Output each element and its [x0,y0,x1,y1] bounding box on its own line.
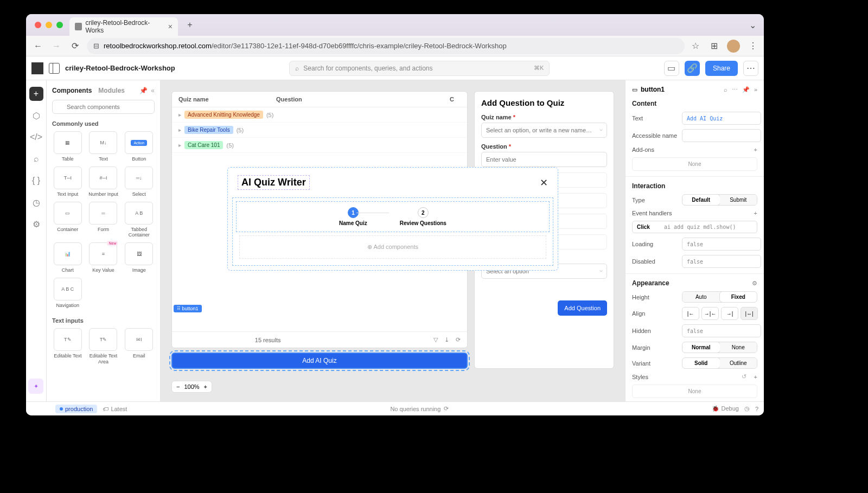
close-window-icon[interactable] [35,22,41,28]
comp-editable-text[interactable]: T✎Editable Text [52,328,84,365]
align-center-button[interactable]: →|← [701,307,719,320]
address-bar[interactable]: ⊟ retoolbedrockworkshop.retool.com/edito… [87,38,685,54]
browser-tab[interactable]: criley-Retool-Bedrock-Works × [69,17,178,36]
stepper[interactable]: 1 Name Quiz 2 Review Questions [236,201,550,232]
loading-input[interactable] [682,238,761,251]
comp-button[interactable]: ActionButton [123,131,155,162]
help-icon[interactable]: ? [755,406,758,412]
profile-avatar[interactable] [727,40,740,53]
refresh-icon[interactable]: ⟳ [456,336,461,343]
environment-badge[interactable]: production [55,405,97,413]
table-row[interactable]: ▸Bike Repair Tools(5) [172,123,467,138]
comp-chart[interactable]: 📊Chart [52,242,84,273]
add-component-icon[interactable]: + [29,87,43,101]
chevron-right-icon[interactable]: ▸ [178,142,181,148]
align-stretch-button[interactable]: |↔| [741,307,758,320]
comp-text-input[interactable]: T─IText Input [52,167,84,197]
new-tab-button[interactable]: + [182,17,197,33]
comp-tabbed-container[interactable]: A BTabbed Container [123,202,155,239]
copy-link-button[interactable]: 🔗 [685,61,700,76]
clock-icon[interactable]: ◷ [744,405,750,412]
add-handler-button[interactable]: + [754,210,757,216]
quiz-name-select[interactable] [481,123,607,138]
comp-container[interactable]: ▭Container [52,202,84,239]
pin-icon[interactable]: 📌 [139,87,148,94]
component-name[interactable]: button1 [641,86,665,93]
command-search[interactable]: ⌕ Search for components, queries, and ac… [289,61,550,76]
tab-modules[interactable]: Modules [98,87,125,94]
more-menu-button[interactable]: ⋯ [743,61,758,76]
reload-button[interactable]: ⟳ [68,40,81,53]
comp-key-value[interactable]: ≡NewKey Value [88,242,119,273]
comp-form[interactable]: ═Form [88,202,119,239]
appearance-settings-icon[interactable]: ⚙ [752,280,757,287]
add-components-placeholder[interactable]: ⊕ Add components [239,235,546,259]
height-segmented[interactable]: AutoFixed [682,291,757,303]
text-prop-input[interactable] [682,112,761,125]
close-tab-icon[interactable]: × [168,22,173,31]
pin-inspector-icon[interactable]: 📌 [742,86,750,93]
reset-styles-icon[interactable]: ↺ [742,373,746,380]
collapse-icon[interactable]: « [151,87,155,94]
share-button[interactable]: Share [705,61,738,76]
site-info-icon[interactable]: ⊟ [93,42,99,50]
add-ai-quiz-button[interactable]: Add AI Quiz [171,353,468,369]
comp-email[interactable]: ✉IEmail [123,328,155,365]
zoom-in-button[interactable]: + [204,383,207,390]
chevron-right-icon[interactable]: ▸ [178,112,181,118]
ai-assistant-icon[interactable]: ✦ [28,379,43,394]
type-segmented[interactable]: DefaultSubmit [682,194,757,206]
comp-number-input[interactable]: #─INumber Input [88,167,119,197]
chevron-right-icon[interactable]: ▸ [178,127,181,133]
col-question[interactable]: Question [276,96,450,103]
step-2[interactable]: 2 Review Questions [400,207,446,226]
filter-icon[interactable]: ▽ [433,336,438,343]
disabled-input[interactable] [682,255,761,268]
comp-navigation[interactable]: A B CNavigation [52,278,84,309]
refresh-queries-icon[interactable]: ⟳ [444,405,449,412]
event-handler-row[interactable]: Clickai_add_quiz_mdl.show() [632,221,757,233]
close-modal-icon[interactable]: ✕ [540,177,548,189]
settings-icon[interactable]: ⚙ [29,217,43,231]
extensions-icon[interactable]: ⊞ [709,41,719,52]
debug-button[interactable]: 🐞 Debug [712,405,738,412]
back-button[interactable]: ← [31,40,44,53]
version-badge[interactable]: 🏷Latest [103,406,127,412]
toggle-panel-icon[interactable] [49,63,60,74]
code-icon[interactable]: </> [29,130,43,144]
tab-components[interactable]: Components [52,87,92,94]
table-row[interactable]: ▸Advanced Knitting Knowledge(5) [172,107,467,123]
chrome-menu-icon[interactable]: ⋮ [748,41,758,52]
variant-segmented[interactable]: SolidOutline [682,357,757,369]
bookmark-icon[interactable]: ☆ [690,41,701,52]
zoom-out-button[interactable]: − [176,383,180,390]
selection-badge[interactable]: ⠿ button1 [174,305,202,312]
maximize-window-icon[interactable] [56,22,63,28]
minimize-window-icon[interactable] [46,22,52,28]
state-icon[interactable]: { } [29,174,43,188]
expand-inspector-icon[interactable]: » [754,86,757,93]
add-addon-button[interactable]: + [754,146,757,153]
align-right-button[interactable]: →| [721,307,738,320]
tree-icon[interactable]: ⬡ [29,108,43,123]
more-inspector-icon[interactable]: ⋯ [732,86,738,93]
component-search-input[interactable] [52,100,155,114]
comp-select[interactable]: ═↓Select [123,167,155,197]
preview-icon[interactable]: ▭ [664,61,679,76]
comp-editable-text-area[interactable]: T✎Editable Text Area [88,328,119,365]
question-input[interactable] [481,152,607,167]
forward-button[interactable]: → [50,40,63,53]
comp-image[interactable]: 🖼Image [123,242,155,273]
modal-title[interactable]: AI Quiz Writer [238,175,310,190]
search-inspector-icon[interactable]: ⌕ [724,86,727,93]
tabs-dropdown-icon[interactable]: ⌄ [749,20,756,30]
history-icon[interactable]: ◷ [29,195,43,209]
retool-logo-icon[interactable] [31,62,43,74]
col-quiz-name[interactable]: Quiz name [178,96,276,103]
step-1[interactable]: 1 Name Quiz [339,207,367,226]
canvas[interactable]: Quiz name Question C ▸Advanced Knitting … [161,80,625,401]
search-rail-icon[interactable]: ⌕ [29,152,43,166]
col-c[interactable]: C [450,96,461,103]
align-left-button[interactable]: |← [682,307,699,320]
comp-text[interactable]: M↓Text [88,131,119,162]
